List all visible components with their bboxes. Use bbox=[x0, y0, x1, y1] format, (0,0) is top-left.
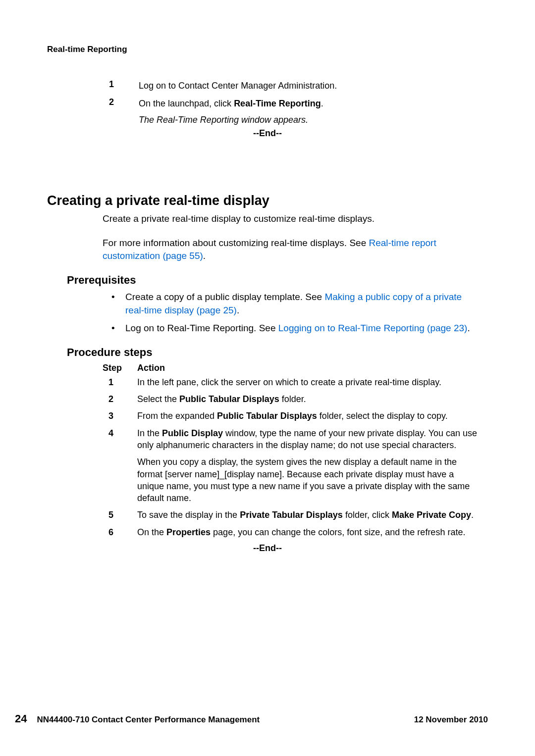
bold-text: Public Display bbox=[162, 428, 223, 438]
section-heading: Creating a private real-time display bbox=[47, 193, 488, 208]
bold-text: Private Tabular Displays bbox=[240, 510, 343, 520]
text: Create a copy of a public display templa… bbox=[125, 292, 324, 302]
end-marker: --End-- bbox=[47, 543, 488, 554]
intro-step-row: 1 Log on to Contact Center Manager Admin… bbox=[109, 79, 468, 92]
text: folder. bbox=[279, 394, 306, 404]
list-item: • Create a copy of a public display temp… bbox=[111, 291, 483, 317]
prerequisites-heading: Prerequisites bbox=[67, 274, 488, 287]
step-text: On the Properties page, you can change t… bbox=[137, 526, 483, 538]
bold-text: Properties bbox=[166, 527, 211, 537]
text: For more information about customizing r… bbox=[103, 238, 369, 248]
footer-doc-title: NN44400-710 Contact Center Performance M… bbox=[37, 715, 414, 725]
step-subtext: When you copy a display, the system give… bbox=[137, 456, 483, 504]
step-number: 3 bbox=[103, 410, 137, 422]
intro-step-row: 2 On the launchpad, click Real-Time Repo… bbox=[109, 97, 468, 110]
procedure-step-row: 5 To save the display in the Private Tab… bbox=[103, 509, 483, 521]
column-header-step: Step bbox=[103, 363, 137, 373]
procedure-table-header: Step Action bbox=[103, 363, 488, 373]
intro-steps: 1 Log on to Contact Center Manager Admin… bbox=[109, 79, 468, 110]
bullet-icon: • bbox=[111, 322, 125, 335]
text: Select the bbox=[137, 394, 179, 404]
step-number: 1 bbox=[109, 79, 139, 92]
text: On the launchpad, click bbox=[139, 99, 234, 108]
section-paragraph: For more information about customizing r… bbox=[103, 237, 483, 263]
result-text: The Real-Time Reporting window appears. bbox=[139, 115, 488, 125]
step-text: To save the display in the Private Tabul… bbox=[137, 509, 483, 521]
xref-link[interactable]: Logging on to Real-Time Reporting (page … bbox=[278, 323, 468, 333]
text: . bbox=[471, 510, 474, 520]
procedure-step-row: 4 In the Public Display window, type the… bbox=[103, 427, 483, 452]
text: folder, click bbox=[343, 510, 392, 520]
section-paragraph: Create a private real-time display to cu… bbox=[103, 212, 483, 226]
list-item: • Log on to Real-Time Reporting. See Log… bbox=[111, 322, 483, 335]
text: On the bbox=[137, 527, 166, 537]
step-text: From the expanded Public Tabular Display… bbox=[137, 410, 483, 422]
procedure-step-row: 3 From the expanded Public Tabular Displ… bbox=[103, 410, 483, 422]
step-number: 4 bbox=[103, 427, 137, 452]
text: In the bbox=[137, 428, 162, 438]
bold-text: Public Tabular Displays bbox=[217, 411, 317, 421]
text: . bbox=[237, 305, 239, 315]
column-header-action: Action bbox=[137, 363, 165, 373]
text: folder, select the display to copy. bbox=[317, 411, 448, 421]
page-footer: 24 NN44400-710 Contact Center Performanc… bbox=[0, 712, 535, 725]
list-item-body: Create a copy of a public display templa… bbox=[125, 291, 483, 317]
page-number: 24 bbox=[15, 712, 27, 725]
bold-text: Public Tabular Displays bbox=[179, 394, 279, 404]
step-number: 2 bbox=[109, 97, 139, 110]
text: From the expanded bbox=[137, 411, 217, 421]
procedure-step-row: 2 Select the Public Tabular Displays fol… bbox=[103, 393, 483, 405]
end-marker: --End-- bbox=[47, 128, 488, 139]
procedure-step-row: 6 On the Properties page, you can change… bbox=[103, 526, 483, 538]
text: Log on to Real-Time Reporting. See bbox=[125, 323, 278, 333]
step-text: In the left pane, click the server on wh… bbox=[137, 376, 483, 388]
text: To save the display in the bbox=[137, 510, 240, 520]
step-text: On the launchpad, click Real-Time Report… bbox=[139, 97, 468, 110]
bullet-icon: • bbox=[111, 291, 125, 317]
step-number: 2 bbox=[103, 393, 137, 405]
procedure-heading: Procedure steps bbox=[67, 346, 488, 359]
footer-date: 12 November 2010 bbox=[414, 715, 488, 725]
text: . bbox=[203, 251, 206, 261]
list-item-body: Log on to Real-Time Reporting. See Loggi… bbox=[125, 322, 483, 335]
procedure-step-row: 1 In the left pane, click the server on … bbox=[103, 376, 483, 388]
step-text: Log on to Contact Center Manager Adminis… bbox=[139, 79, 468, 92]
text: . bbox=[321, 99, 323, 108]
page-root: Real-time Reporting 1 Log on to Contact … bbox=[0, 0, 535, 756]
prerequisites-list: • Create a copy of a public display temp… bbox=[111, 291, 483, 335]
step-text: Select the Public Tabular Displays folde… bbox=[137, 393, 483, 405]
text: . bbox=[467, 323, 470, 333]
text: page, you can change the colors, font si… bbox=[211, 527, 465, 537]
running-header: Real-time Reporting bbox=[47, 45, 488, 54]
step-text: In the Public Display window, type the n… bbox=[137, 427, 483, 452]
bold-text: Real-Time Reporting bbox=[234, 99, 321, 108]
step-number: 6 bbox=[103, 526, 137, 538]
step-number: 1 bbox=[103, 376, 137, 388]
step-number: 5 bbox=[103, 509, 137, 521]
bold-text: Make Private Copy bbox=[392, 510, 471, 520]
